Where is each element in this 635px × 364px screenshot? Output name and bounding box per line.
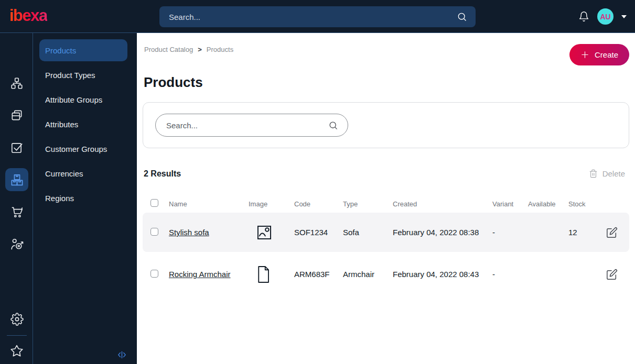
global-search-input[interactable] [168, 12, 457, 22]
ibexa-logo[interactable]: ibexa [9, 6, 47, 25]
product-code: ARM683F [294, 270, 343, 279]
shopping-cart-icon [10, 205, 24, 218]
sidebar-item-regions[interactable]: Regions [39, 187, 127, 209]
column-header-image: Image [249, 200, 294, 208]
collapse-sidebar-icon[interactable] [116, 349, 128, 361]
rail-item-product-catalog[interactable] [5, 168, 28, 191]
product-search [155, 114, 348, 137]
sidebar-item-products[interactable]: Products [39, 39, 127, 61]
product-stock: 12 [568, 228, 602, 237]
file-icon [255, 265, 294, 284]
rail-item-personalization[interactable] [5, 233, 28, 256]
product-variant: - [492, 228, 528, 237]
sidebar-item-attribute-groups[interactable]: Attribute Groups [39, 89, 127, 111]
plus-icon [580, 50, 589, 59]
column-header-variant: Variant [492, 200, 528, 208]
sidebar-item-currencies[interactable]: Currencies [39, 162, 127, 184]
table-header: Name Image Code Type Created Variant Ava… [143, 195, 629, 213]
icon-rail [0, 33, 33, 364]
edit-button[interactable] [606, 269, 618, 280]
avatar[interactable]: AU [597, 8, 614, 25]
breadcrumb-product-catalog[interactable]: Product Catalog [144, 46, 193, 53]
rail-divider [7, 335, 27, 336]
rail-item-commerce[interactable] [5, 200, 28, 223]
product-type: Sofa [343, 228, 393, 237]
product-thumbnail [249, 224, 294, 241]
table-row: Stylish sofa SOF1234 Sofa February 04, 2… [143, 213, 629, 252]
sidebar-item-label: Regions [45, 194, 74, 203]
sidebar-product-catalog: Products Product Types Attribute Groups … [33, 33, 137, 364]
main-content: Product Catalog>Products Create Products… [137, 33, 635, 364]
column-header-stock: Stock [568, 200, 602, 208]
sidebar-item-attributes[interactable]: Attributes [39, 113, 127, 135]
sidebar-item-label: Attributes [45, 120, 78, 129]
search-icon [328, 120, 338, 130]
breadcrumb-separator: > [198, 46, 202, 53]
trash-icon [589, 169, 598, 178]
product-variant: - [492, 270, 528, 279]
filter-panel [143, 102, 629, 148]
product-code: SOF1234 [294, 228, 343, 237]
product-created: February 04, 2022 08:38 [393, 228, 492, 237]
row-checkbox[interactable] [150, 228, 158, 236]
rail-item-tasks[interactable] [5, 136, 28, 159]
delete-button[interactable]: Delete [586, 169, 628, 179]
create-button-label: Create [595, 50, 618, 59]
rail-item-pages[interactable] [5, 104, 28, 127]
edit-button[interactable] [606, 227, 618, 238]
create-button[interactable]: Create [569, 44, 629, 65]
delete-button-label: Delete [602, 169, 625, 178]
product-name-link[interactable]: Stylish sofa [169, 228, 209, 237]
sidebar-item-label: Currencies [45, 169, 83, 178]
global-search [159, 6, 476, 27]
results-count: 2 Results [144, 169, 181, 179]
product-search-input[interactable] [165, 120, 328, 130]
topbar-right: AU [578, 0, 627, 33]
sidebar-item-label: Attribute Groups [45, 95, 102, 104]
sidebar-item-label: Customer Groups [45, 145, 107, 153]
product-name-link[interactable]: Rocking Armchair [169, 270, 231, 279]
settings-gear-icon [10, 313, 24, 326]
product-type: Armchair [343, 270, 393, 279]
column-header-code: Code [294, 200, 343, 208]
breadcrumb-products[interactable]: Products [207, 46, 233, 53]
rail-item-content-structure[interactable] [5, 72, 28, 95]
sidebar-item-customer-groups[interactable]: Customer Groups [39, 138, 127, 160]
table-row: Rocking Armchair ARM683F Armchair Februa… [143, 255, 629, 294]
checkbox-check-icon [10, 141, 24, 155]
row-checkbox[interactable] [150, 270, 158, 278]
select-all-checkbox[interactable] [150, 199, 158, 207]
breadcrumb: Product Catalog>Products [143, 44, 233, 53]
column-header-created: Created [393, 200, 492, 208]
sidebar-item-label: Products [45, 46, 76, 55]
search-icon[interactable] [457, 12, 467, 22]
star-icon [10, 344, 24, 358]
notifications-bell-icon[interactable] [578, 11, 589, 22]
image-icon [255, 224, 294, 241]
product-created: February 04, 2022 08:43 [393, 270, 492, 279]
column-header-name: Name [169, 200, 249, 208]
page-title: Products [144, 74, 629, 91]
pages-icon [10, 108, 24, 122]
rail-item-settings[interactable] [5, 307, 28, 330]
topbar: ibexa AU [0, 0, 635, 33]
sidebar-item-label: Product Types [45, 71, 95, 80]
rail-item-bookmarks[interactable] [5, 339, 28, 362]
audience-target-icon [10, 237, 24, 251]
product-catalog-icon [10, 173, 24, 187]
sidebar-item-product-types[interactable]: Product Types [39, 64, 127, 86]
column-header-available: Available [528, 200, 568, 208]
user-menu-caret-icon[interactable] [621, 15, 627, 18]
column-header-type: Type [343, 200, 393, 208]
products-table: Name Image Code Type Created Variant Ava… [143, 195, 629, 294]
content-structure-icon [10, 76, 24, 90]
product-thumbnail [249, 265, 294, 284]
